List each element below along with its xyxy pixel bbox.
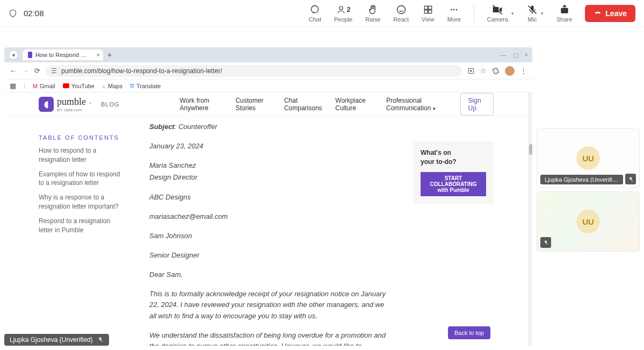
bookmark-translate[interactable]: ⧉Translate xyxy=(130,82,161,89)
svg-point-9 xyxy=(456,9,458,10)
people-button[interactable]: 2 People xyxy=(334,4,352,23)
mic-off-icon xyxy=(527,4,538,15)
browser-tab-strip: ▾ How to Respond to a Resignat × + — ▢ × xyxy=(4,47,532,62)
nav-professional-communication[interactable]: Professional Communication ▾ xyxy=(386,97,448,112)
webpage: ◖ pumble ⌄ BY cake.com BLOG Work from An… xyxy=(4,92,528,346)
share-icon xyxy=(559,4,570,15)
header-nav: Work from Anywhere Customer Stories Chat… xyxy=(180,97,448,112)
article-content: Subject: Counteroffer January 23, 2024 M… xyxy=(139,119,399,346)
menu-icon[interactable]: ⋮ xyxy=(520,67,527,75)
toc-link[interactable]: Examples of how to respond to a resignat… xyxy=(39,170,125,188)
sidebar-cta: What's on your to-do? START COLLABORATIN… xyxy=(413,141,494,346)
toc-link[interactable]: Why is a response to a resignation lette… xyxy=(39,193,125,211)
install-app-icon[interactable] xyxy=(467,67,475,75)
nav-customer-stories[interactable]: Customer Stories xyxy=(235,97,271,112)
mic-muted-icon xyxy=(97,337,104,343)
favicon-icon xyxy=(28,52,32,58)
leave-button[interactable]: Leave xyxy=(585,5,635,22)
new-tab-button[interactable]: + xyxy=(107,51,112,59)
participant-name: Ljupka Gjosheva (Unverified) xyxy=(540,175,623,184)
toc-link[interactable]: How to respond to a resignation letter xyxy=(39,146,125,165)
nav-work-from-anywhere[interactable]: Work from Anywhere xyxy=(180,97,223,112)
svg-rect-3 xyxy=(424,6,428,9)
scrollbar-track xyxy=(528,92,531,346)
phone-icon xyxy=(594,9,602,18)
shield-icon xyxy=(9,9,17,18)
camera-off-icon xyxy=(492,4,503,15)
close-icon[interactable]: × xyxy=(97,52,100,58)
address-bar: ← → ⟳ ☰ pumble.com/blog/how-to-respond-t… xyxy=(4,62,532,80)
site-logo[interactable]: ◖ pumble ⌄ BY cake.com BLOG xyxy=(39,96,120,112)
back-button[interactable]: ← xyxy=(10,67,17,75)
chevron-down-icon[interactable]: ▾ xyxy=(541,11,544,16)
minimize-icon[interactable]: — xyxy=(501,52,506,59)
svg-rect-4 xyxy=(429,6,432,9)
chevron-down-icon[interactable]: ▾ xyxy=(511,11,514,16)
hand-icon xyxy=(367,4,378,15)
react-button[interactable]: React xyxy=(393,4,409,23)
mic-muted-icon xyxy=(540,237,551,248)
close-icon[interactable]: × xyxy=(525,52,528,59)
dots-icon xyxy=(448,4,459,15)
reload-button[interactable]: ⟳ xyxy=(34,67,40,75)
participant-panel: UU Ljupka Gjosheva (Unverified) UU xyxy=(537,128,640,252)
svg-point-2 xyxy=(397,5,405,13)
avatar: UU xyxy=(576,210,600,233)
svg-point-8 xyxy=(453,9,455,10)
scrollbar-thumb[interactable] xyxy=(529,144,532,155)
raise-button[interactable]: Raise xyxy=(365,4,380,23)
view-button[interactable]: View xyxy=(422,4,435,23)
url-input[interactable]: ☰ pumble.com/blog/how-to-respond-to-a-re… xyxy=(46,65,462,77)
shared-screen: ▾ How to Respond to a Resignat × + — ▢ ×… xyxy=(4,47,532,346)
participant-tile[interactable]: UU Ljupka Gjosheva (Unverified) xyxy=(537,128,640,188)
signup-button[interactable]: Sign Up xyxy=(460,93,494,116)
cta-button[interactable]: START COLLABORATING with Pumble xyxy=(421,172,486,196)
site-info-icon[interactable]: ☰ xyxy=(51,67,57,75)
chevron-down-icon: ▾ xyxy=(12,52,15,58)
meeting-timer: 02:08 xyxy=(24,9,44,18)
bookmark-gmail[interactable]: MGmail xyxy=(33,83,55,89)
chat-icon xyxy=(309,4,320,15)
smile-icon xyxy=(396,4,407,15)
extensions-icon[interactable] xyxy=(492,67,500,75)
forward-button[interactable]: → xyxy=(22,67,29,75)
people-icon: 2 xyxy=(336,4,351,15)
nav-workplace-culture[interactable]: Workplace Culture xyxy=(335,97,373,112)
svg-rect-6 xyxy=(429,10,432,13)
toc-title: TABLE OF CONTENTS xyxy=(39,134,125,141)
profile-icon[interactable] xyxy=(505,66,515,76)
star-icon[interactable]: ☆ xyxy=(480,67,487,75)
tab-search-button[interactable]: ▾ xyxy=(9,50,18,60)
site-header: ◖ pumble ⌄ BY cake.com BLOG Work from An… xyxy=(4,92,528,116)
chat-button[interactable]: Chat xyxy=(309,4,321,23)
table-of-contents: TABLE OF CONTENTS How to respond to a re… xyxy=(39,119,125,346)
apps-icon[interactable]: ▦ xyxy=(10,82,16,90)
participant-tile[interactable]: UU xyxy=(537,191,640,252)
maximize-icon[interactable]: ▢ xyxy=(513,52,518,59)
meeting-toolbar: 02:08 Chat 2 People Raise React View xyxy=(0,0,644,27)
mic-button[interactable]: Mic ▾ xyxy=(527,4,544,23)
mic-muted-icon xyxy=(625,174,636,184)
avatar: UU xyxy=(576,146,600,170)
presenter-label: Ljupka Gjosheva (Unverified) xyxy=(4,334,109,346)
bookmarks-bar: ▦ | MGmail YouTube ⬨Maps ⧉Translate xyxy=(4,80,532,92)
bookmark-maps[interactable]: ⬨Maps xyxy=(102,83,122,89)
chevron-down-icon[interactable]: ⌄ xyxy=(88,99,92,105)
svg-rect-5 xyxy=(424,10,428,13)
svg-point-7 xyxy=(451,9,452,10)
divider xyxy=(474,5,474,22)
chevron-down-icon: ▾ xyxy=(433,106,436,111)
browser-tab[interactable]: How to Respond to a Resignat × xyxy=(23,49,103,60)
camera-button[interactable]: Camera ▾ xyxy=(487,4,514,23)
logo-icon: ◖ xyxy=(39,97,54,112)
svg-point-1 xyxy=(339,6,343,10)
grid-icon xyxy=(423,4,433,15)
toc-link[interactable]: Respond to a resignation letter in Pumbl… xyxy=(39,217,125,235)
bookmark-youtube[interactable]: YouTube xyxy=(63,83,95,89)
more-button[interactable]: More xyxy=(447,4,461,23)
nav-chat-comparisons[interactable]: Chat Comparisons xyxy=(284,97,322,112)
share-button[interactable]: Share xyxy=(556,4,572,23)
back-to-top-button[interactable]: Back to top xyxy=(448,326,490,339)
